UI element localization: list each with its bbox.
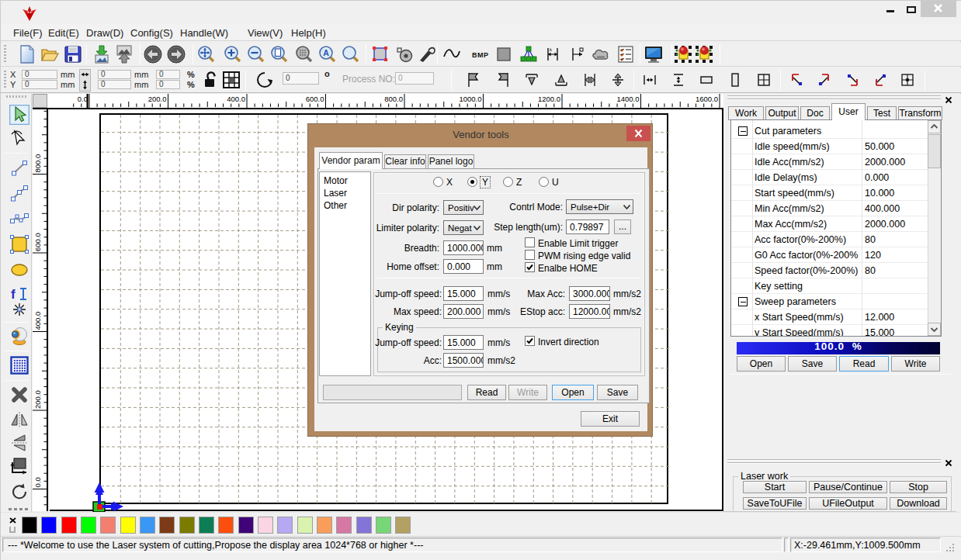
svg-text:A: A xyxy=(323,48,329,57)
svg-text:400.0: 400.0 xyxy=(33,312,42,330)
svg-text:600.0: 600.0 xyxy=(306,95,324,103)
svg-text:1000.0: 1000.0 xyxy=(459,95,481,103)
svg-text:600.0: 600.0 xyxy=(33,233,42,251)
svg-text:200.0: 200.0 xyxy=(148,95,167,103)
svg-text:0.0: 0.0 xyxy=(33,477,42,487)
svg-text:BMP: BMP xyxy=(472,51,489,59)
svg-text:1600.0: 1600.0 xyxy=(696,95,718,103)
svg-text:0.0: 0.0 xyxy=(78,95,88,103)
svg-text:800.0: 800.0 xyxy=(384,95,403,103)
svg-text:200.0: 200.0 xyxy=(33,390,42,409)
svg-text:400.0: 400.0 xyxy=(227,95,245,103)
svg-text:1200.0: 1200.0 xyxy=(538,95,560,103)
svg-text:800.0: 800.0 xyxy=(33,154,42,173)
svg-text:k: k xyxy=(550,47,553,52)
svg-text:1400.0: 1400.0 xyxy=(616,95,639,103)
